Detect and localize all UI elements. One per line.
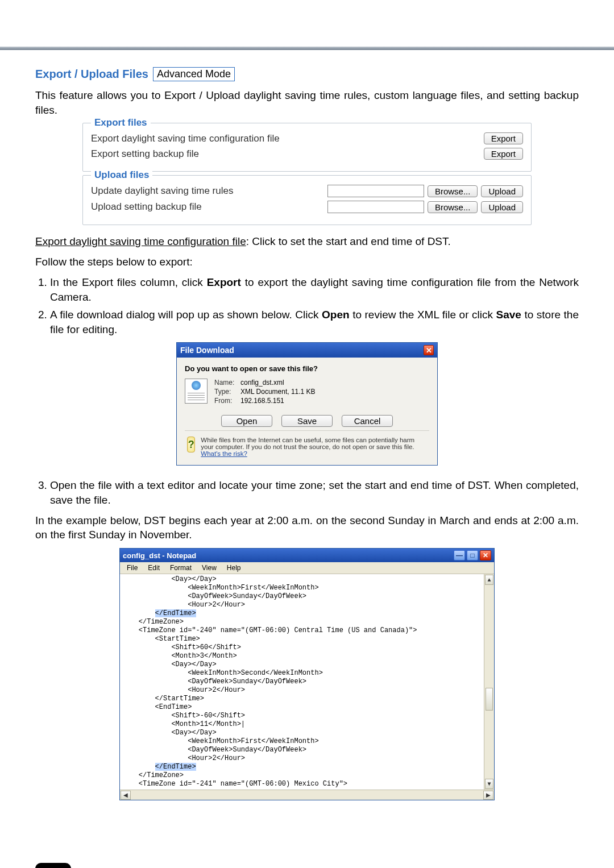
notepad-menu-file[interactable]: File [122,563,142,572]
globe-icon [192,381,201,390]
file-download-dialog-wrap: File Download ✕ Do you want to open or s… [35,342,579,466]
export-dst-file-heading-tail: : Click to set the start and end time of… [246,235,451,247]
notepad-close-button[interactable]: ✕ [480,550,491,560]
file-download-titlebar: File Download ✕ [177,343,437,358]
file-download-warning: ? While files from the Internet can be u… [185,430,429,458]
notepad-window-wrap: config_dst - Notepad — □ ✕ File Edit For… [35,548,579,800]
export-dst-label: Export daylight saving time configuratio… [91,133,280,144]
export-step-1: In the Export files column, click Export… [50,275,579,304]
export-steps-list-cont: Open the file with a text editor and loc… [35,478,579,507]
notepad-maximize-button[interactable]: □ [467,550,478,560]
file-download-kv: Name: config_dst.xml Type: XML Document,… [214,379,316,405]
notepad-vertical-scrollbar[interactable]: ▲ ▼ [484,574,494,790]
export-backup-row: Export setting backup file Export [91,148,523,160]
notepad-minimize-button[interactable]: — [454,550,465,560]
file-download-save-button[interactable]: Save [281,415,333,427]
upload-dst-row: Update daylight saving time rules Browse… [91,185,523,197]
fd-name-val: config_dst.xml [240,379,316,387]
fd-type-key: Type: [214,388,240,396]
section-heading: Export / Upload Files Advanced Mode [35,67,235,81]
export-dst-file-heading: Export daylight saving time configuratio… [35,235,579,248]
file-download-actions: Open Save Cancel [185,415,429,427]
notepad-titlebar: config_dst - Notepad — □ ✕ [120,549,494,562]
export-files-legend: Export files [91,117,151,128]
whats-the-risk-link[interactable]: What's the risk? [201,450,247,457]
upload-dst-upload-button[interactable]: Upload [481,185,523,197]
fd-name-key: Name: [214,379,240,387]
upload-dst-label: Update daylight saving time rules [91,185,233,197]
notepad-title: config_dst - Notepad [123,551,196,560]
upload-backup-browse-button[interactable]: Browse... [428,201,478,213]
advanced-mode-badge: Advanced Mode [153,67,235,81]
xml-file-icon [185,379,208,404]
scroll-thumb[interactable] [486,688,493,711]
notepad-horizontal-scrollbar[interactable]: ◀ ▶ [120,790,494,800]
notepad-menu-help[interactable]: Help [222,563,246,572]
notepad-menu-edit[interactable]: Edit [143,563,164,572]
scroll-left-icon[interactable]: ◀ [121,791,131,800]
file-download-info: Name: config_dst.xml Type: XML Document,… [185,379,429,405]
export-backup-label: Export setting backup file [91,148,199,160]
notepad-menu-format[interactable]: Format [165,563,196,572]
fd-from-val: 192.168.5.151 [240,397,316,405]
notepad-menu: File Edit Format View Help [120,562,494,574]
file-lines-icon [188,393,205,401]
shield-question-icon: ? [187,437,195,452]
export-backup-button[interactable]: Export [484,148,523,160]
export-dst-button[interactable]: Export [484,132,523,144]
export-step-3: Open the file with a text editor and loc… [50,478,579,507]
file-download-dialog: File Download ✕ Do you want to open or s… [176,342,438,466]
scroll-down-icon[interactable]: ▼ [485,779,493,789]
fd-from-key: From: [214,397,240,405]
notepad-body: <Day></Day> <WeekInMonth>First</WeekInMo… [120,574,494,790]
upload-files-legend: Upload files [91,169,152,181]
page-content: Export / Upload Files Advanced Mode This… [0,50,614,834]
export-dst-file-heading-label: Export daylight saving time configuratio… [35,235,246,247]
intro-paragraph: This feature allows you to Export / Uplo… [35,88,579,117]
upload-dst-browse-button[interactable]: Browse... [428,185,478,197]
file-download-cancel-button[interactable]: Cancel [342,415,393,427]
page-footer: 106 [0,863,614,868]
upload-dst-file-input[interactable] [327,185,424,197]
page-number-tab: 106 [35,863,71,868]
fd-type-val: XML Document, 11.1 KB [240,388,316,396]
upload-backup-label: Upload setting backup file [91,201,202,213]
scroll-up-icon[interactable]: ▲ [485,575,493,585]
dst-example-paragraph: In the example below, DST begins each ye… [35,513,579,542]
export-dst-row: Export daylight saving time configuratio… [91,132,523,144]
follow-steps-intro: Follow the steps below to export: [35,255,579,269]
export-step-2: A file download dialog will pop up as sh… [50,308,579,337]
export-steps-list: In the Export files column, click Export… [35,275,579,337]
file-download-title: File Download [180,346,234,355]
upload-files-panel: Upload files Update daylight saving time… [82,175,532,225]
notepad-window: config_dst - Notepad — □ ✕ File Edit For… [119,548,495,800]
upload-backup-file-input[interactable] [327,201,424,213]
file-download-warning-text: While files from the Internet can be use… [201,437,427,457]
file-download-close-button[interactable]: ✕ [424,345,434,355]
file-download-question: Do you want to open or save this file? [185,364,429,373]
file-download-body: Do you want to open or save this file? N… [177,358,437,465]
notepad-text-area[interactable]: <Day></Day> <WeekInMonth>First</WeekInMo… [120,574,484,790]
upload-backup-row: Upload setting backup file Browse... Upl… [91,201,523,213]
config-panels: Export files Export daylight saving time… [82,123,532,225]
export-files-panel: Export files Export daylight saving time… [82,123,532,172]
section-title-text: Export / Upload Files [35,68,148,81]
upload-backup-upload-button[interactable]: Upload [481,201,523,213]
file-download-open-button[interactable]: Open [221,415,272,427]
notepad-menu-view[interactable]: View [197,563,221,572]
scroll-right-icon[interactable]: ▶ [483,791,493,800]
